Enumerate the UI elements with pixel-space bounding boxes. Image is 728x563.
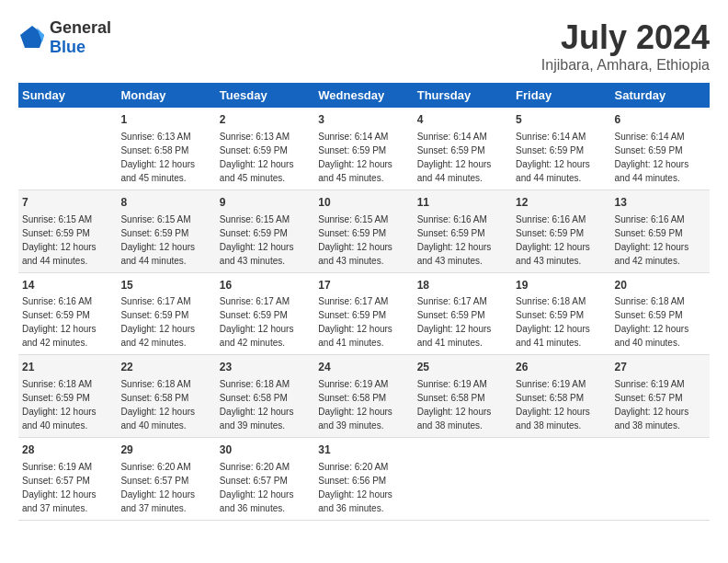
day-number: 5 [516,112,607,128]
day-header-sunday: Sunday [18,83,117,108]
day-info: Sunrise: 6:19 AMSunset: 6:58 PMDaylight:… [516,379,590,431]
day-header-thursday: Thursday [414,83,512,108]
calendar-cell: 28Sunrise: 6:19 AMSunset: 6:57 PMDayligh… [18,438,117,521]
day-info: Sunrise: 6:19 AMSunset: 6:58 PMDaylight:… [318,379,392,431]
header: General Blue July 2024 Injibara, Amhara,… [18,18,710,74]
day-number: 3 [318,112,409,128]
calendar-cell: 27Sunrise: 6:19 AMSunset: 6:57 PMDayligh… [611,355,710,438]
day-info: Sunrise: 6:17 AMSunset: 6:59 PMDaylight:… [318,296,392,348]
calendar-cell: 1Sunrise: 6:13 AMSunset: 6:58 PMDaylight… [117,108,215,190]
logo-icon [18,24,46,52]
subtitle: Injibara, Amhara, Ethiopia [541,57,710,74]
calendar-cell: 15Sunrise: 6:17 AMSunset: 6:59 PMDayligh… [117,272,215,355]
day-info: Sunrise: 6:16 AMSunset: 6:59 PMDaylight:… [22,296,97,348]
day-number: 2 [220,112,311,128]
day-number: 24 [318,360,409,375]
day-header-saturday: Saturday [611,83,710,108]
day-number: 17 [318,278,409,293]
logo: General Blue [18,18,111,57]
calendar-cell: 30Sunrise: 6:20 AMSunset: 6:57 PMDayligh… [216,438,314,521]
day-info: Sunrise: 6:18 AMSunset: 6:58 PMDaylight:… [220,379,294,431]
calendar-cell: 8Sunrise: 6:15 AMSunset: 6:59 PMDaylight… [117,190,215,272]
day-info: Sunrise: 6:18 AMSunset: 6:59 PMDaylight:… [22,379,97,431]
day-info: Sunrise: 6:20 AMSunset: 6:57 PMDaylight:… [120,462,195,513]
calendar-cell: 18Sunrise: 6:17 AMSunset: 6:59 PMDayligh… [414,272,512,355]
title-area: July 2024 Injibara, Amhara, Ethiopia [541,18,710,74]
day-number: 6 [615,112,706,128]
day-number: 12 [516,195,607,211]
calendar-cell: 19Sunrise: 6:18 AMSunset: 6:59 PMDayligh… [512,272,610,355]
calendar-cell: 23Sunrise: 6:18 AMSunset: 6:58 PMDayligh… [216,355,314,438]
calendar-cell: 26Sunrise: 6:19 AMSunset: 6:58 PMDayligh… [512,355,610,438]
day-number: 8 [120,195,211,211]
calendar-cell: 31Sunrise: 6:20 AMSunset: 6:56 PMDayligh… [314,438,413,521]
day-header-friday: Friday [512,83,610,108]
day-number: 21 [22,360,113,375]
day-info: Sunrise: 6:17 AMSunset: 6:59 PMDaylight:… [220,296,294,348]
day-info: Sunrise: 6:20 AMSunset: 6:57 PMDaylight:… [220,462,294,513]
day-number: 29 [120,442,211,458]
calendar-cell: 20Sunrise: 6:18 AMSunset: 6:59 PMDayligh… [611,272,710,355]
day-info: Sunrise: 6:14 AMSunset: 6:59 PMDaylight:… [417,132,492,183]
day-number: 18 [417,278,508,293]
day-number: 10 [318,195,409,211]
day-info: Sunrise: 6:15 AMSunset: 6:59 PMDaylight:… [22,214,97,266]
calendar-cell: 29Sunrise: 6:20 AMSunset: 6:57 PMDayligh… [117,438,215,521]
day-number: 28 [22,442,113,458]
logo-general: General [50,18,111,37]
week-row-3: 14Sunrise: 6:16 AMSunset: 6:59 PMDayligh… [18,272,710,355]
week-row-1: 1Sunrise: 6:13 AMSunset: 6:58 PMDaylight… [18,108,710,190]
day-number: 4 [417,112,508,128]
week-row-2: 7Sunrise: 6:15 AMSunset: 6:59 PMDaylight… [18,190,710,272]
calendar-cell: 2Sunrise: 6:13 AMSunset: 6:59 PMDaylight… [216,108,314,190]
day-number: 19 [516,278,607,293]
logo-text: General Blue [50,18,111,57]
calendar-cell [512,438,610,521]
day-info: Sunrise: 6:18 AMSunset: 6:59 PMDaylight:… [615,296,689,348]
day-info: Sunrise: 6:19 AMSunset: 6:57 PMDaylight:… [22,462,97,513]
day-number: 11 [417,195,508,211]
day-number: 7 [22,195,113,211]
day-info: Sunrise: 6:17 AMSunset: 6:59 PMDaylight:… [120,296,195,348]
calendar-cell: 13Sunrise: 6:16 AMSunset: 6:59 PMDayligh… [611,190,710,272]
day-info: Sunrise: 6:18 AMSunset: 6:58 PMDaylight:… [120,379,195,431]
calendar-cell: 25Sunrise: 6:19 AMSunset: 6:58 PMDayligh… [414,355,512,438]
day-number: 23 [220,360,311,375]
calendar-cell: 10Sunrise: 6:15 AMSunset: 6:59 PMDayligh… [314,190,413,272]
day-number: 1 [120,112,211,128]
day-info: Sunrise: 6:19 AMSunset: 6:57 PMDaylight:… [615,379,689,431]
calendar-cell [611,438,710,521]
day-number: 31 [318,442,409,458]
day-number: 27 [615,360,706,375]
calendar-cell: 7Sunrise: 6:15 AMSunset: 6:59 PMDaylight… [18,190,117,272]
week-row-4: 21Sunrise: 6:18 AMSunset: 6:59 PMDayligh… [18,355,710,438]
day-info: Sunrise: 6:14 AMSunset: 6:59 PMDaylight:… [516,132,590,183]
day-number: 13 [615,195,706,211]
calendar-cell: 5Sunrise: 6:14 AMSunset: 6:59 PMDaylight… [512,108,610,190]
calendar-cell: 11Sunrise: 6:16 AMSunset: 6:59 PMDayligh… [414,190,512,272]
day-info: Sunrise: 6:16 AMSunset: 6:59 PMDaylight:… [615,214,689,266]
day-info: Sunrise: 6:16 AMSunset: 6:59 PMDaylight:… [516,214,590,266]
day-number: 26 [516,360,607,375]
main-title: July 2024 [541,18,710,57]
day-info: Sunrise: 6:18 AMSunset: 6:59 PMDaylight:… [516,296,590,348]
day-header-monday: Monday [117,83,215,108]
day-info: Sunrise: 6:13 AMSunset: 6:58 PMDaylight:… [120,132,195,183]
calendar-cell: 12Sunrise: 6:16 AMSunset: 6:59 PMDayligh… [512,190,610,272]
day-info: Sunrise: 6:13 AMSunset: 6:59 PMDaylight:… [220,132,294,183]
day-number: 30 [220,442,311,458]
day-number: 14 [22,278,113,293]
day-info: Sunrise: 6:15 AMSunset: 6:59 PMDaylight:… [318,214,392,266]
day-info: Sunrise: 6:14 AMSunset: 6:59 PMDaylight:… [318,132,392,183]
calendar-cell: 6Sunrise: 6:14 AMSunset: 6:59 PMDaylight… [611,108,710,190]
day-number: 20 [615,278,706,293]
calendar-cell: 14Sunrise: 6:16 AMSunset: 6:59 PMDayligh… [18,272,117,355]
calendar-cell: 16Sunrise: 6:17 AMSunset: 6:59 PMDayligh… [216,272,314,355]
calendar-cell: 24Sunrise: 6:19 AMSunset: 6:58 PMDayligh… [314,355,413,438]
days-header-row: SundayMondayTuesdayWednesdayThursdayFrid… [18,83,710,108]
day-header-wednesday: Wednesday [314,83,413,108]
day-number: 9 [220,195,311,211]
day-info: Sunrise: 6:16 AMSunset: 6:59 PMDaylight:… [417,214,492,266]
day-info: Sunrise: 6:15 AMSunset: 6:59 PMDaylight:… [120,214,195,266]
day-number: 15 [120,278,211,293]
